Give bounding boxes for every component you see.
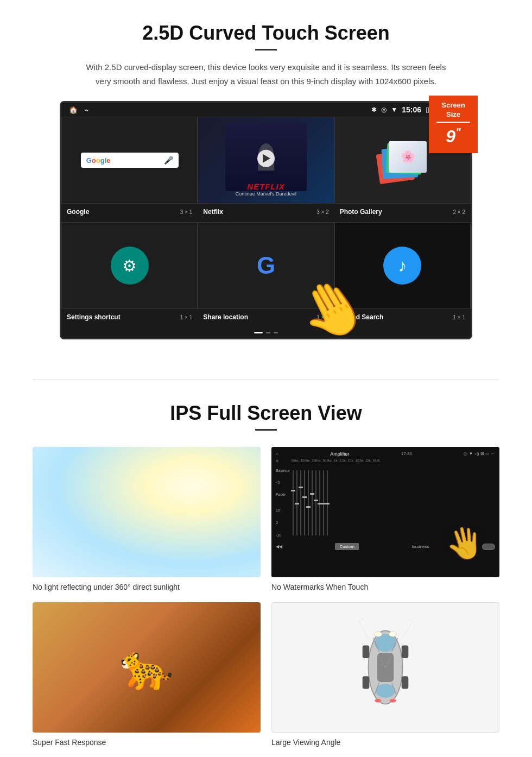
section2-title: IPS Full Screen View xyxy=(33,402,499,425)
section-divider xyxy=(33,380,499,380)
sound-app-size: 1 × 1 xyxy=(453,314,465,320)
title-divider xyxy=(255,49,277,51)
nav-dot-2[interactable] xyxy=(266,332,270,333)
netflix-app-size: 3 × 2 xyxy=(316,209,329,215)
amp-title: Amplifier xyxy=(330,451,349,457)
amp-slider-line xyxy=(296,470,297,535)
google-app-size: 3 × 1 xyxy=(180,209,193,215)
google-widget[interactable]: Google 🎤 xyxy=(81,153,179,168)
cheetah-caption: Super Fast Response xyxy=(33,738,261,747)
music-note-icon: ♪ xyxy=(398,256,407,276)
svg-rect-8 xyxy=(363,646,370,658)
location-icon: ◎ xyxy=(381,106,387,113)
amp-slider-line xyxy=(293,470,294,535)
app-labels-row1: Google 3 × 1 Netflix 3 × 2 Photo Gallery… xyxy=(61,204,471,222)
amp-custom-btn[interactable]: Custom xyxy=(335,543,359,550)
nav-dot-3[interactable] xyxy=(274,332,278,333)
amp-slider-line xyxy=(327,470,328,535)
google-app-name: Google xyxy=(67,208,89,216)
amp-slider-handle[interactable] xyxy=(299,487,303,488)
netflix-subtitle: Continue Marvel's Daredevil xyxy=(236,191,296,197)
cheetah-image: 🐆 xyxy=(33,602,261,733)
amp-slider-handle[interactable] xyxy=(291,490,295,491)
amp-slider-line xyxy=(308,470,309,535)
svg-rect-11 xyxy=(402,676,409,689)
touch-hand-icon: 🖐 xyxy=(443,523,486,564)
screen-size-badge: Screen Size 9" xyxy=(429,96,478,153)
amp-slider-handle[interactable] xyxy=(295,503,299,504)
svg-point-14 xyxy=(375,699,382,703)
badge-label: Screen Size xyxy=(436,101,470,119)
car-image xyxy=(271,602,499,733)
google-logo: Google xyxy=(86,156,111,165)
amp-loudness-label: loudness xyxy=(412,544,429,549)
gallery-app-size: 2 × 2 xyxy=(453,209,465,215)
google-mic-icon[interactable]: 🎤 xyxy=(164,156,173,165)
status-left: 🏠 ⌁ xyxy=(69,106,88,114)
amp-slider-handle[interactable] xyxy=(302,496,307,498)
sound-label-cell: Sound Search 1 × 1 xyxy=(334,312,471,322)
sound-app-cell[interactable]: ♪ xyxy=(334,222,471,309)
play-button[interactable] xyxy=(257,150,275,167)
netflix-app-cell[interactable]: NETFLIX Continue Marvel's Daredevil xyxy=(198,117,334,204)
gallery-app-name: Photo Gallery xyxy=(340,208,382,216)
svg-point-2 xyxy=(376,684,395,698)
amp-home-icon: ⌂ xyxy=(276,451,278,457)
share-app-cell[interactable]: G 🤚 xyxy=(198,222,334,309)
nav-dot-1[interactable] xyxy=(254,332,263,333)
nav-dots xyxy=(61,327,471,338)
car-svg xyxy=(350,619,421,716)
amp-slider-line xyxy=(312,470,313,535)
wifi-icon: ▼ xyxy=(391,106,397,113)
svg-point-12 xyxy=(374,632,382,636)
amp-back-btn[interactable]: ◀◀ xyxy=(276,544,282,549)
amplifier-caption: No Watermarks When Touch xyxy=(271,583,499,591)
amp-db-labels: Balance ◁) Fader 10 0 -10 xyxy=(276,465,289,541)
sound-icon-wrap: ♪ xyxy=(383,247,421,285)
feature-amplifier: ⌂ Amplifier 17:33 ◎ ▼ ◁) ⊠ ▭ ← ⚙ 60hz 10… xyxy=(271,447,499,591)
car-caption: Large Viewing Angle xyxy=(271,738,499,747)
features-grid: No light reflecting under 360° direct su… xyxy=(33,447,499,747)
sunlight-image xyxy=(33,447,261,577)
share-app-name: Share location xyxy=(203,313,248,321)
amp-slider-handle[interactable] xyxy=(314,500,318,501)
home-icon[interactable]: 🏠 xyxy=(69,106,78,114)
maps-g-letter: G xyxy=(257,254,275,277)
settings-icon-wrap: ⚙ xyxy=(111,247,149,285)
amp-slider-handle[interactable] xyxy=(310,493,314,495)
gallery-label-cell: Photo Gallery 2 × 2 xyxy=(334,207,471,217)
netflix-label-cell: Netflix 3 × 2 xyxy=(198,207,334,217)
settings-label-cell: Settings shortcut 1 × 1 xyxy=(61,312,198,322)
settings-app-name: Settings shortcut xyxy=(67,313,121,321)
google-label-cell: Google 3 × 1 xyxy=(61,207,198,217)
amp-slider-line xyxy=(319,470,320,535)
feature-sunlight: No light reflecting under 360° direct su… xyxy=(33,447,261,591)
badge-size: 9" xyxy=(436,125,470,148)
svg-rect-10 xyxy=(363,676,370,689)
amp-icons: ◎ ▼ ◁) ⊠ ▭ ← xyxy=(464,451,495,457)
amp-slider-handle[interactable] xyxy=(306,506,311,508)
google-app-cell[interactable]: Google 🎤 xyxy=(61,117,198,204)
settings-app-cell[interactable]: ⚙ xyxy=(61,222,198,309)
amp-freq-labels: ⚙ 60hz 100hz 200hz 500hz 1k 2.5k 10k 12.… xyxy=(276,459,495,463)
svg-point-15 xyxy=(389,699,396,703)
amp-slider-line xyxy=(304,470,305,535)
app-labels-row2: Settings shortcut 1 × 1 Share location 1… xyxy=(61,309,471,327)
netflix-label: NETFLIX Continue Marvel's Daredevil xyxy=(236,182,296,197)
svg-point-13 xyxy=(389,632,396,636)
amp-slider-line xyxy=(323,470,324,535)
status-bar: 🏠 ⌁ ✱ ◎ ▼ 15:06 ◫ ◁) ⊠ ▭ xyxy=(61,103,471,117)
badge-divider xyxy=(436,122,470,123)
section1-desc: With 2.5D curved-display screen, this de… xyxy=(81,60,451,88)
sunlight-caption: No light reflecting under 360° direct su… xyxy=(33,583,261,591)
share-app-size: 1 × 1 xyxy=(316,314,329,320)
device-frame: 🏠 ⌁ ✱ ◎ ▼ 15:06 ◫ ◁) ⊠ ▭ xyxy=(60,101,472,339)
section1-title: 2.5D Curved Touch Screen xyxy=(33,22,499,45)
amp-slider-handle[interactable] xyxy=(325,503,330,504)
app-grid-row1: Google 🎤 xyxy=(61,117,471,204)
amp-slider-line xyxy=(315,470,316,535)
bluetooth-icon: ✱ xyxy=(371,106,377,113)
settings-app-size: 1 × 1 xyxy=(180,314,193,320)
svg-rect-9 xyxy=(402,646,409,658)
netflix-app-name: Netflix xyxy=(203,208,223,216)
